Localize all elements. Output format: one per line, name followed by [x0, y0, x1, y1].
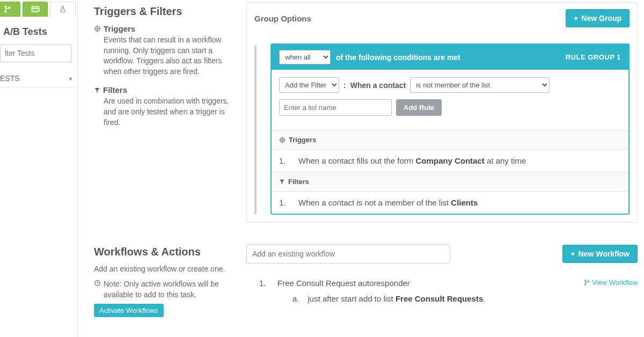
workflows-actions-title: Workflows & Actions [94, 246, 229, 258]
new-group-label: New Group [581, 14, 621, 23]
rule-group-handle[interactable] [254, 46, 257, 215]
filter-icon [94, 87, 100, 93]
add-rule-button[interactable]: Add Rule [396, 99, 442, 116]
svg-point-13 [280, 138, 284, 142]
target-icon [94, 25, 101, 32]
sidebar-tab-flask[interactable] [50, 2, 76, 17]
list-name-input[interactable] [279, 99, 392, 116]
workflows-actions-text: Add an existing workflow or create one. [94, 265, 229, 273]
triggers-subheader: Triggers [272, 130, 628, 149]
sidebar-tabs [0, 0, 77, 17]
triggers-label: Triggers [104, 24, 135, 33]
filter-text: When a contact is not a member of the li… [298, 198, 478, 207]
info-column: Triggers & Filters Triggers Events that … [78, 0, 239, 337]
workflow-item: 1. Free Consult Request autoresponder a.… [259, 279, 638, 303]
workflow-substep-text: just after start add to list Free Consul… [308, 294, 486, 303]
group-options-title: Group Options [254, 14, 311, 23]
when-contact-label: When a contact [350, 81, 406, 90]
filter-row-item: 1. When a contact is not a member of the… [272, 191, 628, 214]
colon-separator: : [343, 81, 346, 90]
svg-point-20 [585, 284, 586, 285]
workflows-note-text: Note: Only active workflows will be avai… [104, 279, 229, 301]
workflow-list: 1. Free Consult Request autoresponder a.… [246, 279, 638, 303]
workflow-item-title: Free Consult Request autoresponder [277, 279, 410, 288]
target-icon [279, 137, 286, 143]
rule-group-header: when all of the following conditions are… [272, 45, 628, 70]
workflows-top: + New Workflow [246, 244, 638, 263]
filters-description: Are used in combination with triggers, a… [104, 96, 229, 128]
svg-point-7 [97, 28, 98, 30]
triggers-filters-title: Triggers & Filters [94, 5, 229, 18]
triggers-description: Events that can result in a workflow run… [104, 35, 229, 77]
sidebar-tab-branch[interactable] [0, 2, 20, 17]
main-panel: Group Options + New Group when all of th… [239, 0, 644, 337]
branch-icon [4, 5, 11, 13]
new-group-button[interactable]: + New Group [566, 9, 630, 27]
filter-icon [279, 179, 285, 185]
sidebar-filter-input[interactable] [5, 49, 67, 57]
sidebar-item-tests[interactable]: ESTS ▾ [0, 70, 77, 87]
svg-rect-3 [32, 6, 39, 11]
svg-point-19 [585, 280, 586, 281]
rule-group-number: RULE GROUP 1 [566, 53, 621, 61]
triggers-subheader-label: Triggers [289, 136, 316, 144]
add-workflow-input[interactable] [246, 244, 450, 263]
trigger-row: 1. When a contact fills out the form Com… [272, 149, 628, 172]
trigger-text: When a contact fills out the form Compan… [298, 156, 526, 165]
group-options-panel: Group Options + New Group when all of th… [246, 2, 638, 223]
filter-number: 1. [279, 198, 289, 207]
rule-group: when all of the following conditions are… [270, 43, 630, 215]
svg-point-0 [5, 6, 6, 8]
rule-group-body: Add the Filter : When a contact is not m… [272, 70, 628, 130]
plus-icon: + [574, 14, 578, 23]
sidebar-tab-card[interactable] [23, 2, 48, 17]
membership-select[interactable]: is not member of the list [410, 77, 550, 93]
sidebar-item-label: ESTS [0, 74, 20, 83]
workflow-item-number: 1. [259, 279, 268, 288]
plus-icon: + [570, 250, 575, 258]
filters-subheader: Filters [272, 172, 628, 191]
workflow-substep: a. just after start add to list Free Con… [292, 294, 574, 303]
when-suffix: of the following conditions are met [336, 53, 460, 62]
filters-subheader-label: Filters [288, 178, 309, 186]
svg-point-6 [95, 26, 100, 31]
new-workflow-button[interactable]: + New Workflow [562, 245, 638, 263]
flask-icon [59, 5, 67, 13]
sidebar: A/B Tests ESTS ▾ [0, 0, 78, 337]
svg-point-1 [5, 11, 6, 12]
trigger-number: 1. [279, 156, 289, 165]
sidebar-title: A/B Tests [0, 17, 77, 43]
clock-icon [94, 279, 101, 301]
chevron-down-icon: ▾ [69, 76, 72, 82]
triggers-heading: Triggers [94, 24, 229, 33]
card-icon [31, 5, 40, 13]
when-select[interactable]: when all [279, 50, 331, 64]
filters-label: Filters [103, 85, 127, 94]
view-workflow-label: View Workflow [592, 279, 638, 287]
branch-icon [584, 279, 590, 286]
new-workflow-label: New Workflow [579, 250, 630, 258]
sidebar-filter-wrapper [0, 44, 72, 62]
activate-workflows-button[interactable]: Activate Workflows [94, 304, 164, 317]
workflow-substep-letter: a. [292, 294, 299, 303]
add-filter-select[interactable]: Add the Filter [279, 77, 339, 93]
svg-point-14 [282, 139, 283, 141]
workflows-note: Note: Only active workflows will be avai… [94, 279, 229, 301]
filters-heading: Filters [94, 85, 229, 94]
view-workflow-link[interactable]: View Workflow [584, 279, 638, 287]
